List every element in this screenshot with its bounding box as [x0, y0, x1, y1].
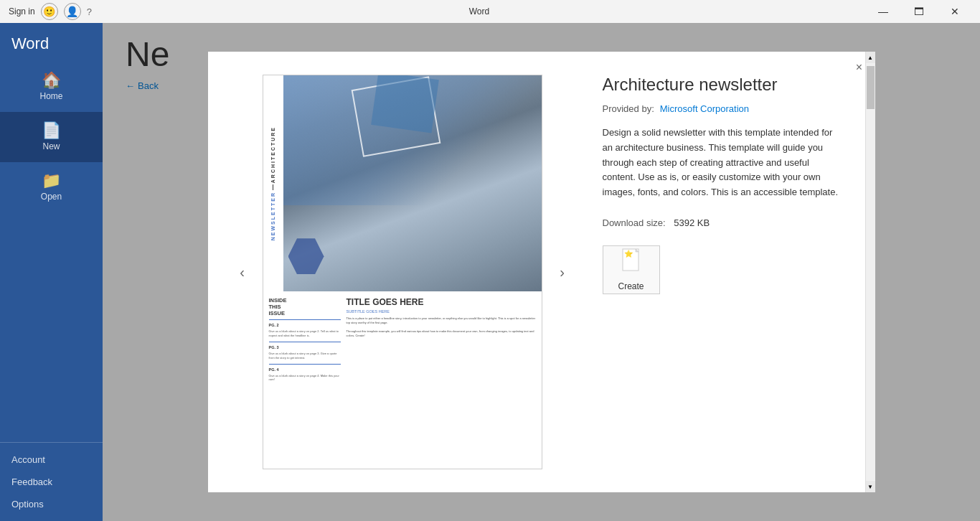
- modal-scrollbar: ▲ ▼: [865, 52, 875, 492]
- download-size-label: Download size:: [603, 217, 666, 228]
- nl-body2: Throughout this template example, you wi…: [347, 329, 536, 338]
- newsletter-bottom: INSIDETHISISSUE PG. 2 Give us a blurb ab…: [263, 291, 542, 469]
- title-bar: Sign in 🙂 👤 ? Word — 🗖 ✕: [0, 0, 980, 23]
- sidebar-bottom: Account Feedback Options: [0, 442, 103, 521]
- provided-by-link[interactable]: Microsoft Corporation: [660, 103, 749, 114]
- sidebar-item-feedback[interactable]: Feedback: [0, 471, 103, 493]
- create-button[interactable]: ⭐ Create: [603, 245, 660, 294]
- new-icon: 📄: [42, 123, 61, 139]
- window-controls: — 🗖 ✕: [867, 0, 971, 23]
- svg-text:⭐: ⭐: [624, 249, 633, 258]
- create-button-label: Create: [618, 281, 644, 291]
- provided-by: Provided by: Microsoft Corporation: [603, 103, 842, 114]
- scroll-down-button[interactable]: ▼: [866, 481, 875, 492]
- app-body: Word 🏠 Home 📄 New 📁 Open Account Feedbac…: [0, 23, 980, 521]
- newsletter-right-col: TITLE GOES HERE SUBTITLE GOES HERE This …: [347, 297, 536, 463]
- template-preview: ARCHITECTURE NEWSLETTER: [263, 75, 542, 469]
- newsletter-content: ARCHITECTURE NEWSLETTER: [263, 75, 542, 469]
- sidebar-home-label: Home: [39, 91, 62, 101]
- template-modal: × ‹: [208, 52, 875, 492]
- content-area: Ne ← Back × ‹: [103, 23, 980, 521]
- arch-vertical-text: ARCHITECTURE: [270, 126, 275, 183]
- newsletter-photo: [263, 75, 542, 291]
- template-description: Design a solid newsletter with this temp…: [603, 126, 842, 200]
- provided-by-label: Provided by:: [603, 103, 654, 114]
- divider-2: [269, 342, 341, 342]
- sidebar-nav: 🏠 Home 📄 New 📁 Open: [0, 62, 103, 442]
- sidebar-app-title: Word: [0, 23, 103, 62]
- home-icon: 🏠: [42, 72, 61, 88]
- sign-in-link[interactable]: Sign in: [9, 6, 35, 17]
- help-icon[interactable]: ?: [87, 6, 92, 17]
- person-icon: 👤: [64, 3, 81, 20]
- sidebar-item-account[interactable]: Account: [0, 449, 103, 471]
- pg4-text: Give us a blurb about a story on page 4.…: [269, 374, 341, 382]
- smiley-icon: 🙂: [41, 3, 58, 20]
- create-doc-icon: ⭐: [620, 248, 643, 278]
- divider-3: [269, 364, 341, 365]
- next-template-button[interactable]: ›: [551, 260, 574, 283]
- create-button-container: ⭐ Create: [603, 245, 660, 294]
- sidebar-open-label: Open: [41, 192, 62, 202]
- app-title: Word: [92, 6, 867, 17]
- pg2-text: Give us a blurb about a story on page 2.…: [269, 329, 341, 337]
- prev-template-button[interactable]: ‹: [231, 260, 254, 283]
- newsletter-left-col: INSIDETHISISSUE PG. 2 Give us a blurb ab…: [269, 297, 341, 463]
- inside-label: INSIDETHISISSUE: [269, 297, 341, 316]
- open-icon: 📁: [42, 173, 61, 189]
- nl-main-title: TITLE GOES HERE: [347, 297, 536, 307]
- sidebar-item-open[interactable]: 📁 Open: [0, 162, 103, 212]
- scroll-track: [866, 63, 875, 481]
- news-vertical-text: NEWSLETTER: [270, 192, 275, 240]
- sidebar-item-home[interactable]: 🏠 Home: [0, 62, 103, 112]
- template-preview-container: ‹: [231, 75, 574, 469]
- maximize-button[interactable]: 🗖: [903, 0, 936, 23]
- modal-overlay: × ‹: [103, 23, 980, 521]
- template-info: Architecture newsletter Provided by: Mic…: [603, 75, 842, 469]
- template-title: Architecture newsletter: [603, 75, 842, 95]
- nl-body1: This is a place to put either a headline…: [347, 316, 536, 325]
- minimize-button[interactable]: —: [867, 0, 900, 23]
- newsletter-photo-area: ARCHITECTURE NEWSLETTER: [263, 75, 542, 291]
- geo-square: [371, 75, 439, 133]
- modal-body: ‹: [208, 52, 865, 492]
- nl-subtitle: SUBTITLE GOES HERE: [347, 309, 536, 314]
- download-size-value: 5392 KB: [674, 217, 710, 228]
- pg3-label: PG. 3: [269, 345, 341, 351]
- close-button[interactable]: ✕: [938, 0, 971, 23]
- divider-1: [269, 319, 341, 320]
- sidebar: Word 🏠 Home 📄 New 📁 Open Account Feedbac…: [0, 23, 103, 521]
- pg2-label: PG. 2: [269, 323, 341, 329]
- sign-in-area: Sign in 🙂 👤 ?: [9, 3, 92, 20]
- pg4-label: PG. 4: [269, 367, 341, 373]
- download-size: Download size: 5392 KB: [603, 217, 842, 228]
- sidebar-item-new[interactable]: 📄 New: [0, 112, 103, 162]
- modal-close-button[interactable]: ×: [849, 57, 870, 78]
- sidebar-item-options[interactable]: Options: [0, 493, 103, 515]
- sidebar-new-label: New: [42, 141, 60, 151]
- vertical-title-strip: ARCHITECTURE NEWSLETTER: [263, 75, 283, 291]
- pg3-text: Give us a blurb about a story on page 3.…: [269, 352, 341, 360]
